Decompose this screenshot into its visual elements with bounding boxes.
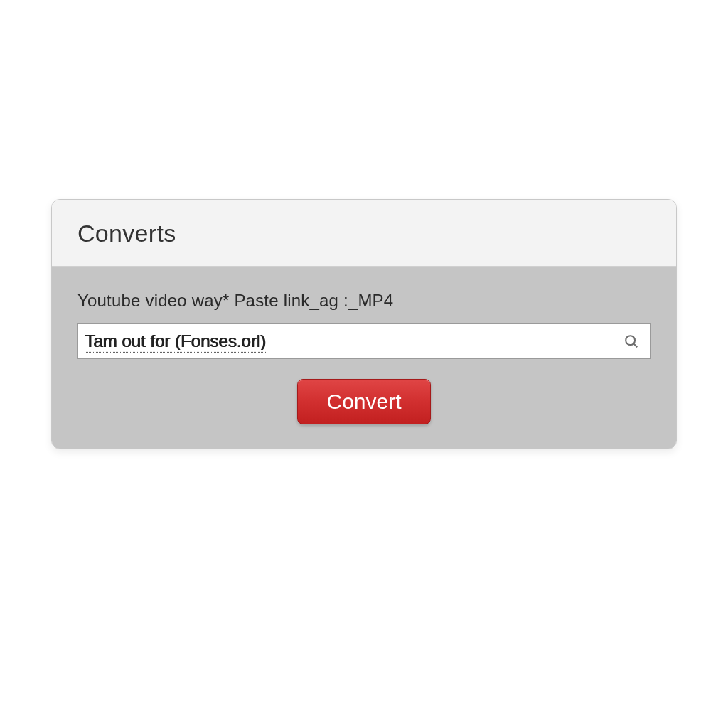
url-input[interactable]: [77, 323, 651, 359]
url-input-row: Tam out for (Fonses.orl): [77, 323, 651, 359]
panel-title: Converts: [77, 220, 651, 247]
svg-line-1: [633, 343, 637, 347]
url-field-label: Youtube video way* Paste link_ag :_MP4: [77, 291, 651, 311]
panel-header: Converts: [52, 200, 676, 267]
button-row: Convert: [77, 379, 651, 424]
convert-button[interactable]: Convert: [297, 379, 430, 424]
converter-panel: Converts Youtube video way* Paste link_a…: [51, 199, 677, 449]
search-icon[interactable]: [622, 332, 641, 350]
panel-body: Youtube video way* Paste link_ag :_MP4 T…: [52, 267, 676, 449]
svg-point-0: [626, 336, 635, 345]
